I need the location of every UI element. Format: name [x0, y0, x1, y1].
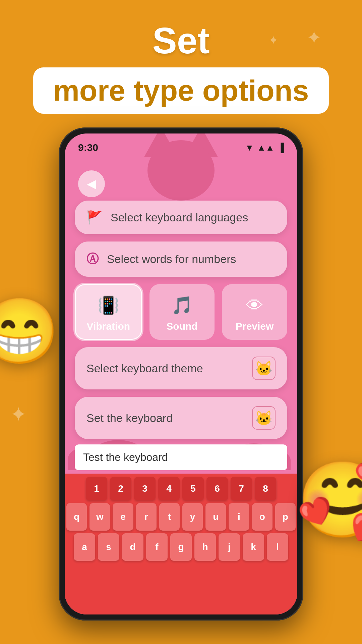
status-icons: ▼ ▲▲ ▐ [245, 143, 284, 153]
key-f[interactable]: f [146, 533, 168, 561]
key-e[interactable]: e [113, 503, 133, 531]
key-a[interactable]: a [74, 533, 95, 561]
wifi-icon: ▼ [245, 143, 254, 153]
key-y[interactable]: y [182, 503, 203, 531]
key-3[interactable]: 3 [134, 477, 156, 500]
key-6[interactable]: 6 [206, 477, 228, 500]
key-p[interactable]: p [275, 503, 296, 531]
signal-icon: ▲▲ [257, 143, 274, 153]
key-l[interactable]: l [267, 533, 288, 561]
phone-outer: 9:30 ▼ ▲▲ ▐ ◀ 🚩 Select keyboard language… [59, 127, 303, 621]
phone-screen: 9:30 ▼ ▲▲ ▐ ◀ 🚩 Select keyboard language… [65, 133, 297, 614]
key-s[interactable]: s [98, 533, 119, 561]
theme-preview-icon: 🐱 [252, 357, 276, 380]
emoji-heart: 🥰 [297, 457, 362, 543]
select-languages-button[interactable]: 🚩 Select keyboard languages [75, 201, 287, 234]
sound-icon: 🎵 [171, 295, 193, 316]
select-languages-label: Select keyboard languages [111, 211, 248, 224]
test-keyboard-placeholder: Test the keyboard [83, 451, 168, 463]
key-8[interactable]: 8 [255, 477, 276, 500]
vibration-label: Vibration [87, 321, 130, 332]
select-theme-button[interactable]: Select keyboard theme 🐱 [75, 347, 287, 389]
keyboard-number-row: 1 2 3 4 5 6 7 8 [66, 477, 296, 500]
test-keyboard-input[interactable]: Test the keyboard [75, 444, 287, 470]
header-title: Set [0, 20, 362, 61]
set-keyboard-button[interactable]: Set the keyboard 🐱 [75, 397, 287, 439]
preview-button[interactable]: 👁 Preview [222, 284, 287, 340]
key-r[interactable]: r [136, 503, 157, 531]
back-button[interactable]: ◀ [78, 170, 105, 197]
select-words-button[interactable]: Ⓐ Select words for numbers [75, 241, 287, 277]
key-5[interactable]: 5 [182, 477, 204, 500]
sound-button[interactable]: 🎵 Sound [149, 284, 215, 340]
vibration-button[interactable]: 📳 Vibration [75, 284, 142, 340]
back-arrow-icon: ◀ [87, 177, 96, 191]
key-k[interactable]: k [243, 533, 264, 561]
preview-icon: 👁 [246, 296, 263, 316]
key-4[interactable]: 4 [158, 477, 180, 500]
select-theme-label: Select keyboard theme [86, 362, 203, 375]
theme-cat-emoji: 🐱 [255, 360, 273, 377]
select-words-label: Select words for numbers [107, 253, 236, 266]
set-keyboard-cat-emoji: 🐱 [255, 410, 273, 426]
keyboard-area: 1 2 3 4 5 6 7 8 q w e r t y u [65, 474, 297, 614]
words-icon: Ⓐ [86, 251, 99, 267]
sparkle-decoration-3: ✦ [10, 402, 27, 426]
phone-container: 9:30 ▼ ▲▲ ▐ ◀ 🚩 Select keyboard language… [59, 127, 303, 621]
key-j[interactable]: j [219, 533, 240, 561]
key-d[interactable]: d [122, 533, 143, 561]
key-u[interactable]: u [205, 503, 226, 531]
battery-icon: ▐ [278, 143, 284, 153]
header-subtitle-box: more type options [33, 67, 329, 114]
status-bar: 9:30 ▼ ▲▲ ▐ [65, 133, 297, 157]
emoji-laugh: 😁 [0, 294, 59, 369]
key-t[interactable]: t [159, 503, 180, 531]
key-7[interactable]: 7 [231, 477, 252, 500]
key-1[interactable]: 1 [86, 477, 107, 500]
menu-container: 🚩 Select keyboard languages Ⓐ Select wor… [75, 201, 287, 446]
set-keyboard-label: Set the keyboard [86, 412, 173, 425]
set-keyboard-preview: 🐱 [252, 406, 276, 430]
flag-icon: 🚩 [86, 210, 102, 225]
triple-options-row: 📳 Vibration 🎵 Sound 👁 Preview [75, 284, 287, 340]
header-subtitle: more type options [53, 74, 309, 107]
key-o[interactable]: o [252, 503, 273, 531]
key-2[interactable]: 2 [110, 477, 131, 500]
vibration-icon: 📳 [98, 295, 119, 316]
header: Set more type options [0, 0, 362, 120]
sound-label: Sound [166, 321, 197, 332]
keyboard-row-1: q w e r t y u i o p [66, 503, 296, 531]
key-g[interactable]: g [170, 533, 192, 561]
keyboard-row-2: a s d f g h j k l [66, 533, 296, 561]
key-w[interactable]: w [89, 503, 110, 531]
key-q[interactable]: q [66, 503, 87, 531]
preview-label: Preview [236, 321, 274, 332]
key-i[interactable]: i [229, 503, 249, 531]
status-time: 9:30 [78, 142, 98, 153]
key-h[interactable]: h [194, 533, 216, 561]
